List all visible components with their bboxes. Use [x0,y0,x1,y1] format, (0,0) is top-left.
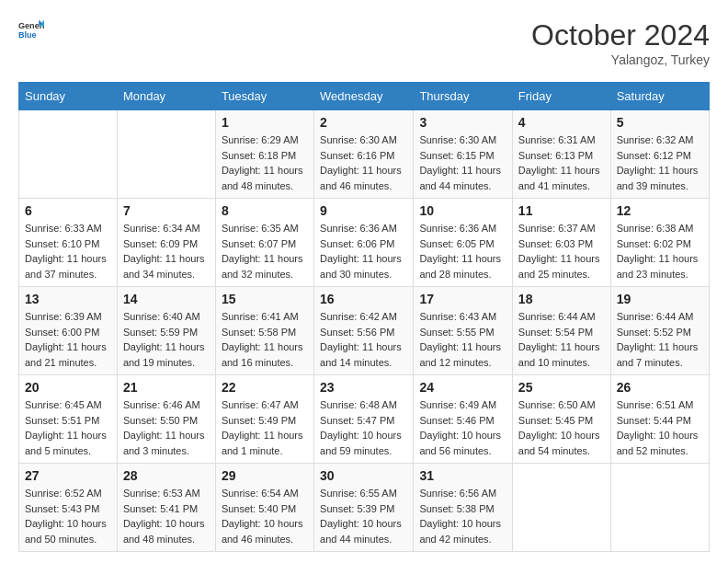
calendar-cell: 26Sunrise: 6:51 AM Sunset: 5:44 PM Dayli… [610,375,709,464]
day-number: 27 [25,468,111,483]
calendar-cell: 10Sunrise: 6:36 AM Sunset: 6:05 PM Dayli… [414,199,512,287]
day-info: Sunrise: 6:41 AM Sunset: 5:58 PM Dayligh… [222,309,308,370]
day-number: 26 [617,380,703,395]
calendar-cell: 1Sunrise: 6:29 AM Sunset: 6:18 PM Daylig… [215,110,313,199]
month-title: October 2024 [531,18,710,52]
day-number: 25 [518,380,605,395]
day-number: 5 [617,115,703,130]
day-info: Sunrise: 6:43 AM Sunset: 5:55 PM Dayligh… [419,309,506,370]
day-number: 13 [25,292,111,306]
calendar-cell: 8Sunrise: 6:35 AM Sunset: 6:07 PM Daylig… [215,199,313,287]
calendar-cell [610,464,709,552]
day-info: Sunrise: 6:33 AM Sunset: 6:10 PM Dayligh… [25,221,111,282]
day-info: Sunrise: 6:53 AM Sunset: 5:41 PM Dayligh… [123,486,210,546]
day-number: 19 [617,292,703,306]
title-area: October 2024 Yalangoz, Turkey [531,18,710,67]
calendar-cell: 23Sunrise: 6:48 AM Sunset: 5:47 PM Dayli… [314,375,414,464]
day-number: 20 [25,380,111,395]
day-info: Sunrise: 6:30 AM Sunset: 6:15 PM Dayligh… [419,132,506,193]
week-row-4: 20Sunrise: 6:45 AM Sunset: 5:51 PM Dayli… [19,375,710,464]
day-number: 24 [419,380,506,395]
calendar-cell: 12Sunrise: 6:38 AM Sunset: 6:02 PM Dayli… [610,199,709,287]
calendar-cell: 17Sunrise: 6:43 AM Sunset: 5:55 PM Dayli… [414,287,512,375]
day-info: Sunrise: 6:38 AM Sunset: 6:02 PM Dayligh… [617,221,703,282]
page-header: General Blue October 2024 Yalangoz, Turk… [18,18,710,67]
day-info: Sunrise: 6:40 AM Sunset: 5:59 PM Dayligh… [123,309,210,370]
week-row-2: 6Sunrise: 6:33 AM Sunset: 6:10 PM Daylig… [19,199,710,287]
day-info: Sunrise: 6:54 AM Sunset: 5:40 PM Dayligh… [222,486,308,546]
day-info: Sunrise: 6:36 AM Sunset: 6:06 PM Dayligh… [320,221,407,282]
day-header-wednesday: Wednesday [314,83,414,110]
calendar-cell: 31Sunrise: 6:56 AM Sunset: 5:38 PM Dayli… [414,464,512,552]
day-info: Sunrise: 6:39 AM Sunset: 6:00 PM Dayligh… [25,309,111,370]
calendar-cell: 27Sunrise: 6:52 AM Sunset: 5:43 PM Dayli… [19,464,118,552]
day-number: 16 [320,292,407,306]
calendar-cell: 20Sunrise: 6:45 AM Sunset: 5:51 PM Dayli… [19,375,118,464]
day-info: Sunrise: 6:51 AM Sunset: 5:44 PM Dayligh… [617,397,703,458]
day-number: 28 [123,468,210,483]
calendar-cell: 14Sunrise: 6:40 AM Sunset: 5:59 PM Dayli… [117,287,215,375]
day-number: 8 [222,203,308,218]
day-number: 6 [25,203,111,218]
day-info: Sunrise: 6:44 AM Sunset: 5:52 PM Dayligh… [617,309,703,370]
calendar-cell: 7Sunrise: 6:34 AM Sunset: 6:09 PM Daylig… [117,199,215,287]
day-number: 21 [123,380,210,395]
day-info: Sunrise: 6:36 AM Sunset: 6:05 PM Dayligh… [419,221,506,282]
day-info: Sunrise: 6:35 AM Sunset: 6:07 PM Dayligh… [222,221,308,282]
calendar-cell: 4Sunrise: 6:31 AM Sunset: 6:13 PM Daylig… [512,110,610,199]
calendar-cell: 11Sunrise: 6:37 AM Sunset: 6:03 PM Dayli… [512,199,610,287]
calendar-cell: 30Sunrise: 6:55 AM Sunset: 5:39 PM Dayli… [314,464,414,552]
calendar-cell: 9Sunrise: 6:36 AM Sunset: 6:06 PM Daylig… [314,199,414,287]
calendar-cell: 2Sunrise: 6:30 AM Sunset: 6:16 PM Daylig… [314,110,414,199]
calendar-cell: 19Sunrise: 6:44 AM Sunset: 5:52 PM Dayli… [610,287,709,375]
day-info: Sunrise: 6:30 AM Sunset: 6:16 PM Dayligh… [320,132,407,193]
subtitle: Yalangoz, Turkey [531,52,710,67]
calendar-cell: 29Sunrise: 6:54 AM Sunset: 5:40 PM Dayli… [215,464,313,552]
day-number: 4 [518,115,605,130]
calendar-cell: 28Sunrise: 6:53 AM Sunset: 5:41 PM Dayli… [117,464,215,552]
day-number: 29 [222,468,308,483]
day-info: Sunrise: 6:32 AM Sunset: 6:12 PM Dayligh… [617,132,703,193]
calendar-cell [512,464,610,552]
svg-text:Blue: Blue [18,30,37,40]
day-header-monday: Monday [117,83,215,110]
day-info: Sunrise: 6:56 AM Sunset: 5:38 PM Dayligh… [419,486,506,546]
calendar-cell: 22Sunrise: 6:47 AM Sunset: 5:49 PM Dayli… [215,375,313,464]
day-number: 7 [123,203,210,218]
day-info: Sunrise: 6:47 AM Sunset: 5:49 PM Dayligh… [222,397,308,458]
day-number: 18 [518,292,605,306]
day-number: 23 [320,380,407,395]
day-info: Sunrise: 6:44 AM Sunset: 5:54 PM Dayligh… [518,309,605,370]
calendar-table: SundayMondayTuesdayWednesdayThursdayFrid… [18,82,710,552]
calendar-cell: 24Sunrise: 6:49 AM Sunset: 5:46 PM Dayli… [414,375,512,464]
calendar-cell: 5Sunrise: 6:32 AM Sunset: 6:12 PM Daylig… [610,110,709,199]
day-info: Sunrise: 6:29 AM Sunset: 6:18 PM Dayligh… [222,132,308,193]
day-info: Sunrise: 6:46 AM Sunset: 5:50 PM Dayligh… [123,397,210,458]
day-number: 2 [320,115,407,130]
day-info: Sunrise: 6:48 AM Sunset: 5:47 PM Dayligh… [320,397,407,458]
day-header-thursday: Thursday [414,83,512,110]
calendar-cell: 21Sunrise: 6:46 AM Sunset: 5:50 PM Dayli… [117,375,215,464]
day-info: Sunrise: 6:37 AM Sunset: 6:03 PM Dayligh… [518,221,605,282]
day-number: 17 [419,292,506,306]
day-number: 11 [518,203,605,218]
day-number: 12 [617,203,703,218]
week-row-5: 27Sunrise: 6:52 AM Sunset: 5:43 PM Dayli… [19,464,710,552]
calendar-cell: 16Sunrise: 6:42 AM Sunset: 5:56 PM Dayli… [314,287,414,375]
day-number: 30 [320,468,407,483]
day-info: Sunrise: 6:45 AM Sunset: 5:51 PM Dayligh… [25,397,111,458]
calendar-cell [117,110,215,199]
day-number: 14 [123,292,210,306]
day-info: Sunrise: 6:42 AM Sunset: 5:56 PM Dayligh… [320,309,407,370]
day-info: Sunrise: 6:55 AM Sunset: 5:39 PM Dayligh… [320,486,407,546]
day-info: Sunrise: 6:31 AM Sunset: 6:13 PM Dayligh… [518,132,605,193]
day-number: 15 [222,292,308,306]
day-info: Sunrise: 6:49 AM Sunset: 5:46 PM Dayligh… [419,397,506,458]
day-number: 31 [419,468,506,483]
day-info: Sunrise: 6:34 AM Sunset: 6:09 PM Dayligh… [123,221,210,282]
day-number: 1 [222,115,308,130]
day-header-tuesday: Tuesday [215,83,313,110]
header-row: SundayMondayTuesdayWednesdayThursdayFrid… [19,83,710,110]
logo: General Blue [18,18,44,44]
logo-icon: General Blue [18,18,44,44]
